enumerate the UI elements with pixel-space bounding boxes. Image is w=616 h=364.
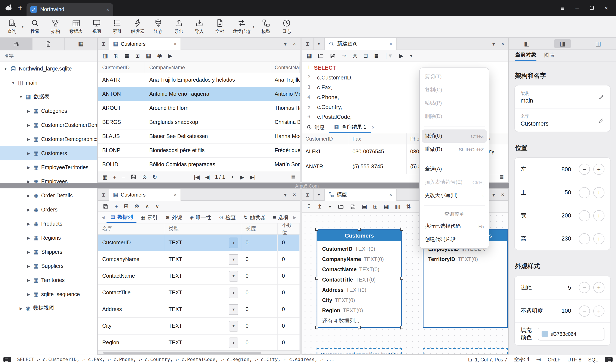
increment-button[interactable]: + xyxy=(593,233,604,244)
column-header[interactable]: 名字 xyxy=(98,223,164,234)
resize-handle[interactable] xyxy=(400,228,403,231)
table-row[interactable]: BLONP Blondesddsl père et fils Frédériqu… xyxy=(98,143,300,158)
sidebar-table-item[interactable]: ▶ ▦ sqlite_sequence xyxy=(0,287,97,301)
run-query-icon[interactable]: ▶ xyxy=(399,52,403,59)
chevron-right-icon[interactable]: ▶ xyxy=(27,137,31,141)
resize-handle[interactable] xyxy=(315,277,318,280)
panel-close-icon[interactable]: × xyxy=(293,40,296,47)
close-icon[interactable]: × xyxy=(389,192,392,198)
toolbar-trigger-button[interactable]: 触发器 xyxy=(127,17,148,36)
menu-item[interactable]: 更改大小写(H) › xyxy=(420,189,489,202)
toolbar-query-button[interactable]: 查询 xyxy=(2,17,22,36)
tab-new-query[interactable]: 新建查询 × xyxy=(325,38,397,50)
stop-icon[interactable]: ⊟ xyxy=(363,52,368,59)
type-dropdown-icon[interactable]: ▼ xyxy=(229,271,238,281)
sidebar-tab-tree[interactable] xyxy=(0,38,32,50)
entity-title[interactable]: Customers xyxy=(317,230,401,241)
toolbar-index-button[interactable]: 索引 xyxy=(107,17,127,36)
structure-tab[interactable]: ◈ 唯一性 xyxy=(186,212,215,223)
sidebar-table-item[interactable]: ▶ ▦ Shippers xyxy=(0,245,97,259)
menu-item[interactable]: 剪切(T) xyxy=(420,70,489,83)
grid-add-icon[interactable]: ▦ xyxy=(102,174,108,180)
sidebar-table-item[interactable]: ▶ ▦ Orders xyxy=(0,203,97,217)
filter-grid-icon[interactable]: ▦ xyxy=(146,52,151,59)
toolbar-data-transfer-button[interactable]: 数据传输 xyxy=(230,17,253,36)
menu-item[interactable]: 查询菜单 xyxy=(420,208,489,220)
column-header[interactable]: 小数位 xyxy=(278,223,300,234)
language-mode[interactable]: SQL xyxy=(588,357,598,362)
table-row[interactable]: Address TEXT▼ 0 0 xyxy=(98,301,300,318)
table-row[interactable]: BLAUS Blauer See Delikatessen Hanna Moos xyxy=(98,130,300,143)
tab-list-dropdown-icon[interactable]: ▼ xyxy=(491,192,496,197)
snapshot-icon[interactable]: ▣ xyxy=(362,203,367,210)
panel-pin-icon[interactable]: ⊞ xyxy=(98,192,109,198)
tab-list-dropdown-icon[interactable]: ▼ xyxy=(283,192,288,197)
tab-messages[interactable]: 消息 xyxy=(302,122,329,133)
maximize-button[interactable] xyxy=(584,0,599,16)
chevron-right-icon[interactable]: ▶ xyxy=(27,292,31,296)
explain-icon[interactable]: ◎ xyxy=(353,52,357,59)
data-transfer-dropdown-icon[interactable]: ▼ xyxy=(252,25,255,28)
table-row[interactable]: ANATR Ana Trujillo Emparedados y helados… xyxy=(98,73,300,87)
view-box-customer-suppliers[interactable]: Customer and Suppliers by City xyxy=(316,348,402,354)
panel-pin-icon[interactable]: ⊞ xyxy=(98,41,109,47)
toolbar-dump-button[interactable]: 转存 xyxy=(148,17,168,36)
table-row[interactable]: ContactName TEXT▼ 0 0 xyxy=(98,268,300,285)
first-page-icon[interactable]: |◀ xyxy=(194,174,200,180)
close-icon[interactable]: × xyxy=(174,192,177,198)
chevron-down-icon[interactable]: ▼ xyxy=(19,95,23,99)
toolbar-search-button[interactable]: 搜索 xyxy=(25,17,45,36)
toolbar-schema-button[interactable]: 架构 xyxy=(45,17,66,36)
column-header[interactable]: Fax xyxy=(349,133,407,144)
toggle-panel-icon[interactable] xyxy=(605,357,613,362)
text-menu-icon[interactable]: ≣ xyxy=(374,52,379,59)
resize-handle[interactable] xyxy=(315,326,318,329)
next-page-icon[interactable]: ▶ xyxy=(240,174,244,180)
resize-handle[interactable] xyxy=(358,326,361,329)
resize-handle[interactable] xyxy=(400,277,403,280)
delete-row-icon[interactable]: − xyxy=(122,174,125,180)
modified-doc-tab[interactable]: ● xyxy=(313,189,325,201)
column-header[interactable]: CompanyName xyxy=(145,62,270,73)
table-row[interactable]: CompanyName TEXT▼ 0 0 xyxy=(98,251,300,268)
table-row[interactable]: ContactTitle TEXT▼ 0 0 xyxy=(98,285,300,301)
layout-split-icon[interactable]: ◫ xyxy=(590,39,607,48)
menu-item[interactable]: 全选(A) xyxy=(420,162,489,176)
panel-close-icon[interactable]: × xyxy=(501,191,504,198)
type-dropdown-icon[interactable]: ▼ xyxy=(229,254,238,265)
column-header[interactable]: ContactName xyxy=(270,62,300,73)
scroll-right-icon[interactable]: ▶ xyxy=(291,215,298,220)
tab-current-object[interactable]: 当前对象 xyxy=(515,50,536,61)
refresh-icon[interactable]: ↻ xyxy=(152,174,157,180)
preview-eye-icon[interactable]: ◉ xyxy=(157,52,162,59)
table-row[interactable]: BERGS Berglunds snabbköp Christina Bergl… xyxy=(98,115,300,130)
scroll-left-icon[interactable]: ◀ xyxy=(100,215,107,220)
export-model-icon[interactable]: ↥ xyxy=(317,203,322,210)
table-layout-icon[interactable]: ▥ xyxy=(395,203,400,210)
close-icon[interactable]: × xyxy=(174,41,177,47)
column-header[interactable]: 类型 xyxy=(164,223,241,234)
sidebar-tab-sql[interactable] xyxy=(32,38,65,50)
edit-pencil-icon[interactable] xyxy=(599,94,604,100)
increment-button[interactable]: + xyxy=(593,282,604,293)
resize-handle[interactable] xyxy=(315,228,318,231)
table-row[interactable]: ANTON Antonio Moreno Taquería Antonio Mo… xyxy=(98,87,300,101)
type-dropdown-icon[interactable]: ▼ xyxy=(229,321,238,331)
run-options-dropdown-icon[interactable]: ▼ xyxy=(409,54,413,58)
chevron-right-icon[interactable]: ▶ xyxy=(27,221,31,226)
panel-close-icon[interactable]: × xyxy=(293,191,296,198)
minimize-button[interactable]: – xyxy=(570,0,584,16)
tab-model[interactable]: 模型 × xyxy=(325,189,397,201)
panel-pin-icon[interactable]: ⊞ xyxy=(302,41,313,47)
window-tab-northwind[interactable]: Northwind × xyxy=(27,3,113,16)
sidebar-table-item[interactable]: ▶ ▦ Suppliers xyxy=(0,259,97,273)
add-row-icon[interactable]: + xyxy=(113,174,116,180)
encoding[interactable]: UTF-8 xyxy=(567,357,581,362)
result-close-icon[interactable]: × xyxy=(372,125,375,130)
add-column-icon[interactable]: + xyxy=(115,203,118,209)
fill-color-input[interactable]: #3783c064 xyxy=(538,327,604,340)
tab-list-dropdown-icon[interactable]: ▼ xyxy=(491,41,496,46)
new-tab-button[interactable]: + xyxy=(18,4,22,12)
edit-pencil-icon[interactable] xyxy=(599,117,604,123)
tree-group-tables[interactable]: ▼ ▦ 数据表 xyxy=(0,90,97,104)
